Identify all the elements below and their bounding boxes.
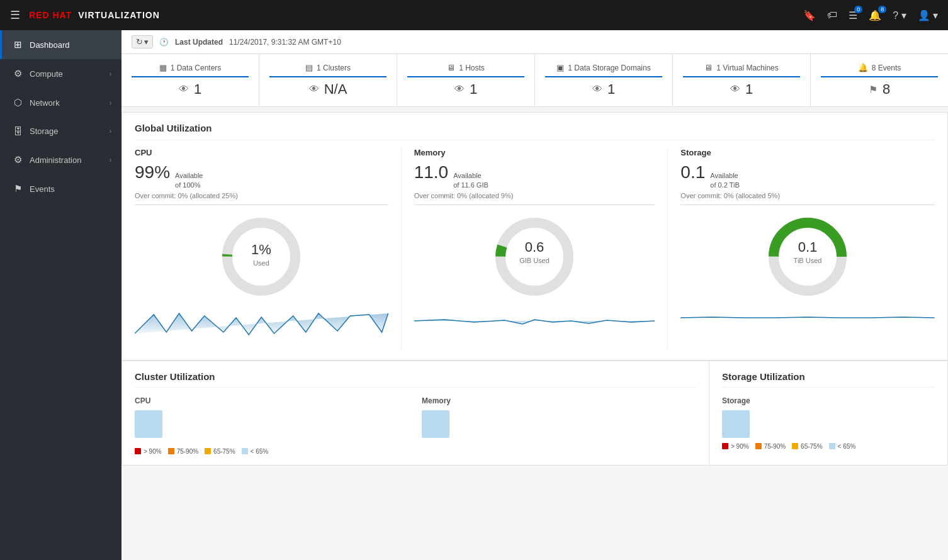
app-brand: RED HAT VIRTUALIZATION bbox=[29, 10, 160, 20]
card-label-events: 8 Events bbox=[872, 64, 901, 72]
global-util-title: Global Utilization bbox=[135, 123, 935, 140]
legend-label-90: > 90% bbox=[144, 448, 162, 455]
cluster-memory-label: Memory bbox=[422, 396, 696, 405]
refresh-button[interactable]: ↻ ▾ bbox=[132, 35, 153, 48]
legend-color-lt65 bbox=[242, 448, 248, 454]
cpu-donut-chart: 1% Used bbox=[217, 213, 305, 301]
card-label-vms: 1 Virtual Machines bbox=[716, 64, 779, 72]
list-badge: 0 bbox=[854, 6, 862, 13]
summary-card-storage[interactable]: ▣ 1 Data Storage Domains 👁 1 bbox=[535, 54, 673, 106]
cpu-label: CPU bbox=[135, 148, 388, 157]
card-label-storage: 1 Data Storage Domains bbox=[568, 64, 650, 72]
sidebar-item-administration[interactable]: ⚙ Administration › bbox=[0, 145, 121, 174]
cpu-overcommit: Over commit: 0% (allocated 25%) bbox=[135, 192, 388, 199]
memory-sparkline bbox=[414, 308, 655, 340]
tag-btn[interactable]: 🏷 bbox=[827, 9, 837, 21]
hamburger-icon[interactable]: ☰ bbox=[10, 8, 20, 22]
summary-card-hosts[interactable]: 🖥 1 Hosts 👁 1 bbox=[397, 54, 535, 106]
summary-card-clusters[interactable]: ▤ 1 Clusters 👁 N/A bbox=[259, 54, 397, 106]
count-datacenters: 1 bbox=[194, 81, 201, 98]
cpu-donut-wrap: 1% Used bbox=[135, 213, 388, 301]
legend-item-90: > 90% bbox=[135, 448, 162, 455]
card-count-storage: 👁 1 bbox=[545, 81, 662, 98]
count-vms: 1 bbox=[745, 81, 753, 98]
memory-percent: 11.0 bbox=[414, 162, 449, 182]
summary-cards-row: ▦ 1 Data Centers 👁 1 ▤ 1 Clusters 👁 N/A bbox=[121, 54, 948, 107]
list-btn[interactable]: ☰ 0 bbox=[849, 9, 857, 21]
card-header-events: 🔔 8 Events bbox=[821, 63, 938, 77]
storage-legend-color-lt65 bbox=[829, 443, 835, 449]
bottom-row: Cluster Utilization CPU Memory > 90% bbox=[121, 361, 948, 466]
user-btn[interactable]: 👤 ▾ bbox=[918, 9, 938, 21]
storage-sparkline-chart bbox=[680, 308, 935, 340]
storage-percent: 0.1 bbox=[680, 162, 705, 182]
storage-overcommit: Over commit: 0% (allocated 5%) bbox=[680, 192, 935, 199]
card-header-clusters: ▤ 1 Clusters bbox=[269, 63, 387, 77]
memory-donut-chart: 0.6 GIB Used bbox=[490, 213, 578, 301]
storage-util-inner: Storage bbox=[722, 396, 935, 438]
sidebar-item-network[interactable]: ⬡ Network › bbox=[0, 88, 121, 117]
cpu-stats: 99% Available of 100% bbox=[135, 162, 388, 191]
legend-item-65: 65-75% bbox=[205, 448, 235, 455]
storage-legend-label-lt65: < 65% bbox=[838, 443, 856, 450]
storage-util-col: Storage 0.1 Available of 0.2 TiB Over co… bbox=[668, 148, 935, 350]
cpu-sparkline-chart bbox=[135, 308, 388, 340]
card-header-vms: 🖥 1 Virtual Machines bbox=[683, 63, 800, 77]
bookmark-btn[interactable]: 🔖 bbox=[803, 9, 816, 21]
count-events: 8 bbox=[883, 81, 890, 98]
cluster-legend: > 90% 75-90% 65-75% < 65% bbox=[135, 448, 696, 455]
legend-item-lt65: < 65% bbox=[242, 448, 269, 455]
storage-donut-label: 0.1 bbox=[798, 239, 818, 255]
storage-utilization-section: Storage Utilization Storage > 90% 75-90% bbox=[709, 361, 948, 466]
navbar-icons: 🔖 🏷 ☰ 0 🔔 8 ? ▾ 👤 ▾ bbox=[803, 9, 938, 21]
sidebar-item-events[interactable]: ⚑ Events bbox=[0, 174, 121, 203]
sidebar-label-compute: Compute bbox=[30, 69, 103, 79]
eye-icon-dc: 👁 bbox=[179, 84, 189, 95]
storage-legend-label-65: 65-75% bbox=[801, 443, 822, 450]
dropdown-icon: ▾ bbox=[144, 37, 149, 47]
sidebar-label-storage: Storage bbox=[30, 126, 103, 136]
chevron-icon-network: › bbox=[110, 99, 111, 106]
cluster-cpu-label: CPU bbox=[135, 396, 409, 405]
storage-stats: 0.1 Available of 0.2 TiB bbox=[680, 162, 935, 191]
brand-red: RED HAT bbox=[29, 10, 72, 20]
storage-legend-color-75 bbox=[755, 443, 762, 449]
card-count-vms: 👁 1 bbox=[683, 81, 800, 98]
summary-card-datacenters[interactable]: ▦ 1 Data Centers 👁 1 bbox=[121, 54, 259, 106]
dashboard-icon: ⊞ bbox=[12, 39, 23, 50]
card-count-datacenters: 👁 1 bbox=[132, 81, 249, 98]
card-header-datacenters: ▦ 1 Data Centers bbox=[132, 63, 249, 77]
sidebar-label-events: Events bbox=[30, 184, 111, 194]
storage-util-label: Storage bbox=[722, 396, 935, 405]
summary-card-vms[interactable]: 🖥 1 Virtual Machines 👁 1 bbox=[673, 54, 811, 106]
cpu-donut-sub: Used bbox=[253, 259, 269, 267]
eye-icon-h: 👁 bbox=[454, 84, 465, 95]
sidebar-item-compute[interactable]: ⚙ Compute › bbox=[0, 59, 121, 88]
storage-legend-item-lt65: < 65% bbox=[829, 443, 856, 450]
eye-icon-vm: 👁 bbox=[730, 84, 740, 95]
bell-badge: 8 bbox=[878, 6, 886, 13]
bell-btn[interactable]: 🔔 8 bbox=[869, 9, 881, 21]
storage-legend-label-75: 75-90% bbox=[764, 443, 786, 450]
memory-donut-label: 0.6 bbox=[525, 239, 545, 255]
cpu-util-col: CPU 99% Available of 100% Over commit: 0… bbox=[135, 148, 402, 350]
cluster-memory: Memory bbox=[422, 396, 696, 443]
administration-icon: ⚙ bbox=[12, 154, 23, 165]
legend-label-lt65: < 65% bbox=[251, 448, 269, 455]
summary-card-events[interactable]: 🔔 8 Events ⚑ 8 bbox=[811, 54, 948, 106]
legend-label-75: 75-90% bbox=[177, 448, 198, 455]
cpu-donut-label: 1% bbox=[251, 242, 271, 257]
storage-legend-item-75: 75-90% bbox=[755, 443, 786, 450]
sidebar-item-dashboard[interactable]: ⊞ Dashboard bbox=[0, 30, 121, 59]
sidebar-item-storage[interactable]: 🗄 Storage › bbox=[0, 117, 121, 145]
clock-icon: 🕐 bbox=[159, 38, 169, 47]
memory-sparkline-chart bbox=[414, 308, 655, 340]
sidebar-label-dashboard: Dashboard bbox=[30, 40, 111, 50]
card-header-hosts: 🖥 1 Hosts bbox=[407, 63, 524, 77]
help-btn[interactable]: ? ▾ bbox=[893, 9, 906, 21]
storage-donut-wrap: 0.1 TiB Used bbox=[680, 213, 935, 301]
card-header-storage-domains: ▣ 1 Data Storage Domains bbox=[545, 63, 662, 77]
storage-legend: > 90% 75-90% 65-75% < 65% bbox=[722, 443, 935, 450]
count-storage: 1 bbox=[607, 81, 615, 98]
last-updated-label: Last Updated bbox=[175, 38, 223, 47]
